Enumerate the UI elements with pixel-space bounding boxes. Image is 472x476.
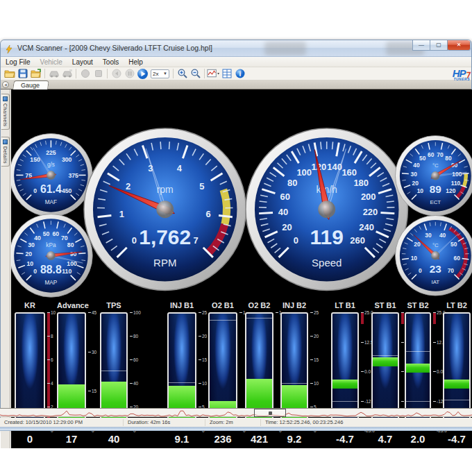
zoom-in-icon[interactable] [176, 68, 189, 80]
peak-marker [169, 382, 195, 383]
status-created: Created: 10/15/2010 12:29:00 PM [0, 419, 124, 426]
open-log-icon[interactable] [3, 68, 16, 80]
svg-text:89: 89 [429, 183, 441, 195]
svg-text:30: 30 [410, 171, 417, 178]
write-vehicle-icon [60, 68, 74, 80]
svg-text:ECT: ECT [430, 199, 441, 205]
peak-marker [406, 401, 430, 402]
table-display-icon[interactable] [220, 68, 233, 80]
svg-text:70: 70 [447, 267, 454, 274]
bar-value: 236 [205, 433, 240, 445]
svg-text:0: 0 [33, 268, 37, 275]
svg-text:60: 60 [280, 192, 290, 202]
menu-layout[interactable]: Layout [67, 58, 98, 67]
svg-text:375: 375 [68, 171, 78, 178]
svg-text:RPM: RPM [153, 257, 176, 269]
svg-text:4: 4 [177, 163, 183, 173]
menu-vehicle[interactable]: Vehicle [35, 58, 67, 67]
bar-value: 9.1 [165, 433, 199, 445]
svg-text:kPa: kPa [46, 242, 56, 248]
window-controls: — ▢ ✕ [413, 40, 471, 51]
toolbar-separator [107, 69, 108, 78]
status-zoom: Zoom: 2m [205, 419, 261, 426]
window-title: VCM Scanner - [2009 Chevy Silverado LTFT… [17, 44, 212, 52]
title-bar[interactable]: VCM Scanner - [2009 Chevy Silverado LTFT… [1, 40, 471, 57]
svg-text:0: 0 [294, 235, 298, 246]
bar-value: 40 [97, 433, 130, 445]
svg-text:10: 10 [416, 187, 423, 194]
gauge-map: 0102030405060708090100110kPa88.8MAP [11, 213, 93, 301]
menu-tools[interactable]: Tools [98, 58, 124, 67]
panel-icon [3, 139, 8, 144]
status-duration: Duration: 42m 16s [124, 419, 205, 426]
svg-text:80: 80 [445, 155, 452, 162]
svg-text:100: 100 [452, 171, 462, 178]
close-button[interactable]: ✕ [447, 40, 471, 51]
bar-value-band [373, 357, 398, 366]
tab-gauge[interactable]: Gauge [12, 80, 49, 90]
gauge-ect: 102030405060708090100110120°C89ECT [394, 135, 472, 220]
bar-label: O2 B2 [245, 301, 273, 309]
timeline-selection-handle[interactable] [254, 409, 286, 417]
stop-icon [92, 68, 105, 80]
bar-label: LT B2 [443, 301, 471, 309]
svg-text:0: 0 [419, 267, 422, 274]
bar-value: 0 [12, 433, 48, 445]
bar-value: 17 [54, 433, 89, 445]
peak-marker [101, 371, 126, 371]
svg-text:220: 220 [363, 207, 378, 217]
peak-marker [373, 355, 398, 356]
svg-text:225: 225 [46, 149, 56, 156]
sidebar-tab-channels[interactable]: Channels [1, 94, 10, 130]
minimize-button[interactable]: — [412, 40, 430, 51]
gauge-maf: 075150225300375450g/s61.4MAF [11, 133, 93, 221]
svg-text:50: 50 [419, 155, 426, 162]
collapse-sidebar-button[interactable]: ◂ [2, 81, 9, 88]
maximize-button[interactable]: ▢ [430, 40, 448, 51]
svg-text:Speed: Speed [312, 257, 342, 269]
bar-label: KR [15, 301, 45, 309]
tab-strip: ◂ Gauge [1, 80, 471, 90]
svg-text:MAF: MAF [44, 199, 56, 205]
read-vehicle-icon [47, 68, 60, 80]
open-recent-icon[interactable] [29, 68, 42, 80]
svg-text:50: 50 [450, 240, 457, 247]
menu-log-file[interactable]: Log File [1, 58, 35, 67]
bar-label: O2 B1 [208, 301, 237, 309]
chart-display-icon[interactable] [207, 68, 220, 80]
svg-text:61.4: 61.4 [40, 183, 62, 195]
bar-value: -4.7 [328, 433, 362, 445]
svg-text:40: 40 [413, 162, 420, 169]
log-timeline[interactable] [0, 408, 472, 417]
bar-label: Advance [57, 301, 86, 309]
chevron-down-icon: ▼ [163, 71, 167, 76]
sidebar-tab-details[interactable]: Details [1, 137, 10, 167]
peak-marker [246, 318, 272, 318]
svg-text:300: 300 [62, 155, 72, 162]
svg-text:10: 10 [410, 254, 417, 261]
zoom-out-icon[interactable] [189, 68, 202, 80]
svg-text:MAP: MAP [44, 280, 57, 286]
window-bottom-edge [0, 427, 472, 431]
svg-text:40: 40 [439, 232, 446, 239]
svg-text:40: 40 [34, 234, 41, 241]
gauge-speed: 020406080100120140160180200220240260km/h… [244, 126, 410, 295]
status-time: Time: 12:52:25.246, 00:23:25.246 [261, 419, 347, 426]
peak-marker [210, 320, 236, 321]
bar-value-band [406, 364, 430, 373]
bar-value: 421 [242, 433, 276, 445]
info-icon[interactable]: i [233, 68, 246, 80]
svg-text:40: 40 [278, 207, 288, 217]
svg-text:i: i [239, 70, 241, 78]
play-icon[interactable] [136, 68, 149, 80]
svg-text:10: 10 [26, 260, 33, 266]
save-log-icon[interactable] [16, 68, 29, 80]
svg-text:240: 240 [359, 222, 374, 232]
screenshot-root: VCM Scanner - [2009 Chevy Silverado LTFT… [0, 0, 472, 476]
toolbar-separator [173, 69, 174, 78]
toolbar-separator [204, 69, 205, 78]
playback-speed-select[interactable]: 2x▼ [151, 69, 169, 78]
bar-label: INJ B1 [167, 301, 196, 309]
menu-help[interactable]: Help [124, 58, 148, 67]
svg-text:50: 50 [42, 230, 49, 237]
